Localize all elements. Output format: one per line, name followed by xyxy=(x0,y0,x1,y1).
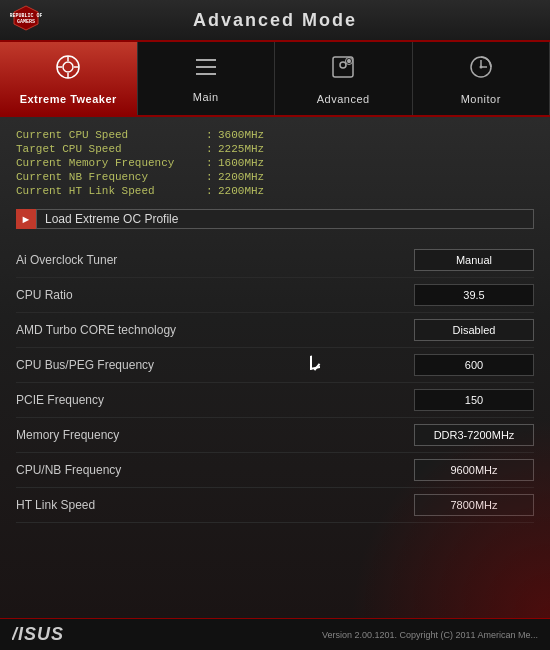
setting-label: CPU Ratio xyxy=(16,288,73,302)
setting-label: Memory Frequency xyxy=(16,428,119,442)
setting-value[interactable]: 600 xyxy=(414,354,534,376)
svg-text:/ISUS: /ISUS xyxy=(12,624,64,644)
setting-label: PCIE Frequency xyxy=(16,393,104,407)
status-row: Target CPU Speed : 2225MHz xyxy=(16,143,534,155)
status-key: Target CPU Speed xyxy=(16,143,206,155)
svg-text:i: i xyxy=(347,57,351,64)
nav-tabs: Extreme Tweaker Main i i Advanced xyxy=(0,42,550,117)
setting-value[interactable]: Manual xyxy=(414,249,534,271)
tab-advanced[interactable]: i i Advanced xyxy=(275,42,413,115)
setting-row: Ai Overclock Tuner Manual xyxy=(16,243,534,278)
load-profile-arrow-button[interactable]: ► xyxy=(16,209,36,229)
setting-label: CPU/NB Frequency xyxy=(16,463,121,477)
tab-monitor-icon xyxy=(467,53,495,88)
status-colon: : xyxy=(206,143,218,155)
load-profile-label[interactable]: Load Extreme OC Profile xyxy=(36,209,534,229)
setting-row: CPU Bus/PEG Frequency 600 xyxy=(16,348,534,383)
svg-text:GAMERS: GAMERS xyxy=(17,19,35,25)
tab-advanced-icon: i i xyxy=(329,53,357,88)
status-colon: : xyxy=(206,129,218,141)
setting-row: PCIE Frequency 150 xyxy=(16,383,534,418)
setting-value[interactable]: 150 xyxy=(414,389,534,411)
setting-label: Ai Overclock Tuner xyxy=(16,253,117,267)
setting-label: HT Link Speed xyxy=(16,498,95,512)
setting-label: CPU Bus/PEG Frequency xyxy=(16,358,154,372)
status-colon: : xyxy=(206,185,218,197)
setting-row: AMD Turbo CORE technology Disabled xyxy=(16,313,534,348)
setting-row: Memory Frequency DDR3-7200MHz xyxy=(16,418,534,453)
tab-advanced-label: Advanced xyxy=(317,93,370,105)
status-row: Current CPU Speed : 3600MHz xyxy=(16,129,534,141)
load-profile-text: Load Extreme OC Profile xyxy=(45,212,178,226)
setting-value[interactable]: DDR3-7200MHz xyxy=(414,424,534,446)
svg-point-4 xyxy=(63,62,73,72)
setting-value[interactable]: 39.5 xyxy=(414,284,534,306)
status-value: 3600MHz xyxy=(218,129,264,141)
status-row: Current NB Frequency : 2200MHz xyxy=(16,171,534,183)
status-key: Current HT Link Speed xyxy=(16,185,206,197)
status-value: 1600MHz xyxy=(218,157,264,169)
tab-extreme-tweaker-label: Extreme Tweaker xyxy=(20,93,117,105)
footer: /ISUS Version 2.00.1201. Copyright (C) 2… xyxy=(0,618,550,650)
tab-main-label: Main xyxy=(193,91,219,103)
status-section: Current CPU Speed : 3600MHz Target CPU S… xyxy=(16,129,534,197)
status-row: Current Memory Frequency : 1600MHz xyxy=(16,157,534,169)
status-key: Current Memory Frequency xyxy=(16,157,206,169)
tab-monitor[interactable]: Monitor xyxy=(413,42,551,115)
setting-row: CPU/NB Frequency 9600MHz xyxy=(16,453,534,488)
load-profile-row: ► Load Extreme OC Profile xyxy=(16,209,534,229)
status-colon: : xyxy=(206,157,218,169)
footer-version-text: Version 2.00.1201. Copyright (C) 2011 Am… xyxy=(322,630,538,640)
status-key: Current NB Frequency xyxy=(16,171,206,183)
setting-value[interactable]: Disabled xyxy=(414,319,534,341)
status-value: 2200MHz xyxy=(218,185,264,197)
rog-logo: REPUBLIC OF GAMERS xyxy=(10,4,42,32)
asus-logo: /ISUS xyxy=(12,622,82,648)
header: REPUBLIC OF GAMERS Advanced Mode xyxy=(0,0,550,42)
tab-main-icon xyxy=(192,55,220,86)
status-row: Current HT Link Speed : 2200MHz xyxy=(16,185,534,197)
status-key: Current CPU Speed xyxy=(16,129,206,141)
tab-extreme-tweaker-icon xyxy=(54,53,82,88)
status-value: 2225MHz xyxy=(218,143,264,155)
status-value: 2200MHz xyxy=(218,171,264,183)
settings-container: Ai Overclock Tuner Manual CPU Ratio 39.5… xyxy=(16,243,534,523)
tab-extreme-tweaker[interactable]: Extreme Tweaker xyxy=(0,42,138,115)
svg-point-21 xyxy=(479,65,482,68)
status-colon: : xyxy=(206,171,218,183)
tab-main[interactable]: Main xyxy=(138,42,276,115)
setting-value[interactable]: 7800MHz xyxy=(414,494,534,516)
setting-row: CPU Ratio 39.5 xyxy=(16,278,534,313)
main-content: Current CPU Speed : 3600MHz Target CPU S… xyxy=(0,117,550,618)
setting-label: AMD Turbo CORE technology xyxy=(16,323,176,337)
header-title: Advanced Mode xyxy=(193,10,357,31)
tab-monitor-label: Monitor xyxy=(461,93,501,105)
setting-value[interactable]: 9600MHz xyxy=(414,459,534,481)
svg-point-13 xyxy=(340,62,346,68)
setting-row: HT Link Speed 7800MHz xyxy=(16,488,534,523)
